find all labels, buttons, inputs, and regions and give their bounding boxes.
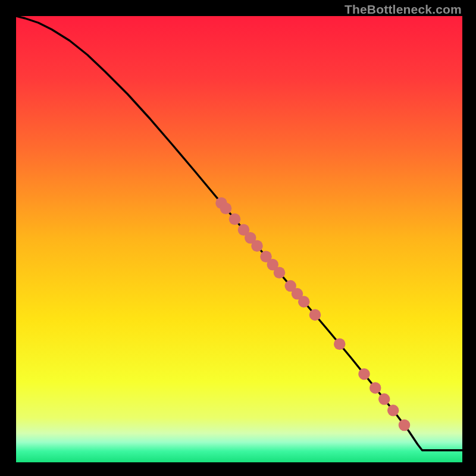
marker-point <box>251 240 263 252</box>
plot-area <box>16 16 462 462</box>
marker-point <box>220 203 232 214</box>
marker-point <box>274 267 286 279</box>
marker-point <box>369 382 381 394</box>
chart-curve <box>16 16 462 462</box>
chart-stage: TheBottleneck.com <box>0 0 476 476</box>
marker-point <box>358 368 369 380</box>
watermark-text: TheBottleneck.com <box>345 2 462 16</box>
marker-point <box>378 393 390 405</box>
marker-point <box>334 339 345 350</box>
curve-markers <box>215 198 410 431</box>
marker-point <box>298 296 310 308</box>
watermark: TheBottleneck.com <box>345 2 462 17</box>
marker-point <box>387 405 399 416</box>
marker-point <box>229 214 241 226</box>
marker-point <box>309 309 321 321</box>
marker-point <box>399 419 410 431</box>
